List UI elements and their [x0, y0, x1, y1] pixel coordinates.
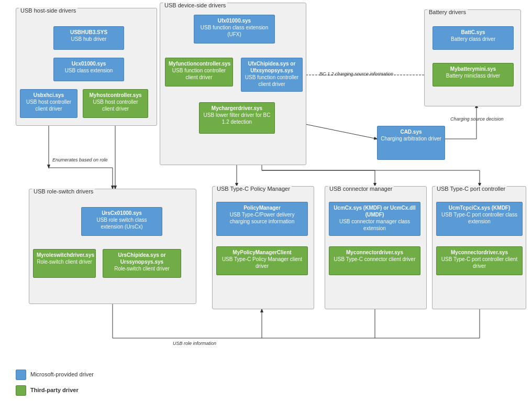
box-ucmtcpci: UcmTcpciCx.sys (KMDF) USB Type-C port co…	[436, 202, 523, 236]
cad-sub: Charging arbitration driver	[381, 135, 441, 142]
cad-title: CAD.sys	[381, 128, 441, 135]
mybatterymini-sub: Battery miniclass driver	[436, 72, 510, 79]
box-mybatterymini: Mybatterymini.sys Battery miniclass driv…	[433, 63, 514, 86]
myfunctioncontroller-title: Myfunctioncontroller.sys	[169, 60, 229, 67]
box-ucx01000: Ucx01000.sys USB class extension	[53, 58, 124, 81]
battc-sub: Battery class driver	[436, 36, 510, 42]
annotation-charging-source: Charging source decision	[450, 116, 504, 122]
annotation-bc12: BC 1.2 charging source information	[319, 71, 393, 77]
mychargerdriver-sub: USB lower filter driver for BC 1.2 detec…	[203, 112, 271, 125]
urscx01000-title: UrsCx01000.sys	[85, 210, 159, 216]
myconnectordriver2-sub: USB Type-C port controller client driver	[440, 256, 519, 269]
group-role-label: USB role-switch drivers	[32, 188, 95, 194]
ufxchipidea-sub: USB function controller client driver	[245, 74, 299, 88]
box-ufx01000: Ufx01000.sys USB function class extensio…	[194, 15, 275, 44]
box-urschipidea: UrsChipidea.sys or Urssynopsys.sys Role-…	[103, 249, 181, 278]
box-battc: BattC.sys Battery class driver	[433, 26, 514, 50]
box-usbhub3: USBHUB3.SYS USB hub driver	[53, 26, 124, 50]
group-port-label: USB Type-C port controller	[435, 186, 507, 192]
ucmtcpci-title: UcmTcpciCx.sys (KMDF)	[440, 204, 519, 211]
urschipidea-sub: Role-switch client driver	[106, 265, 178, 272]
ufxchipidea-title: UfxChipidea.sys or Ufxsynopsys.sys	[245, 60, 299, 74]
myroleswitchdriver-title: Myroleswitchdriver.sys	[37, 252, 92, 258]
policymanager-sub: USB Type-C/Power delivery charging sourc…	[220, 211, 304, 225]
legend-thirdparty-box	[16, 385, 26, 396]
legend-microsoft-box	[16, 370, 26, 380]
myhostcontroller-title: Myhostcontroller.sys	[86, 92, 145, 99]
group-device-label: USB device-side drivers	[163, 2, 227, 8]
policymanager-title: PolicyManager	[220, 204, 304, 211]
group-policy-label: USB Type-C Policy Manager	[215, 186, 292, 192]
box-mypolicymanagerclient: MyPolicyManagerClient USB Type-C Policy …	[216, 246, 308, 275]
battc-title: BattC.sys	[436, 29, 510, 36]
mybatterymini-title: Mybatterymini.sys	[436, 66, 510, 72]
myconnectordriver-title: Myconnectordriver.sys	[332, 249, 417, 256]
annotation-enumerates: Enumerates based on role	[52, 157, 108, 162]
box-ucmcx: UcmCx.sys (KMDF) or UcmCx.dll (UMDF) USB…	[329, 202, 420, 236]
ufx01000-sub: USB function class extension (UFX)	[197, 24, 271, 38]
mychargerdriver-title: Mychargerdriver.sys	[203, 105, 271, 112]
box-myhostcontroller: Myhostcontroller.sys USB host controller…	[83, 89, 148, 118]
usbhub3-title: USBHUB3.SYS	[57, 29, 120, 36]
mypolicymanagerclient-title: MyPolicyManagerClient	[220, 249, 304, 256]
ucx01000-title: Ucx01000.sys	[57, 60, 120, 67]
ucmcx-title: UcmCx.sys (KMDF) or UcmCx.dll (UMDF)	[332, 204, 417, 218]
diagram: USB host-side drivers USB device-side dr…	[0, 0, 532, 401]
usbxhci-sub: USB host controller client driver	[24, 99, 74, 112]
box-policymanager: PolicyManager USB Type-C/Power delivery …	[216, 202, 308, 236]
legend-thirdparty-label: Third-party driver	[30, 387, 79, 393]
group-connector-label: USB connector manager	[328, 186, 394, 192]
group-battery-drivers: Battery drivers	[424, 9, 521, 106]
ucmcx-sub: USB connector manager class extension	[332, 218, 417, 232]
box-ufxchipidea: UfxChipidea.sys or Ufxsynopsys.sys USB f…	[241, 58, 303, 92]
myfunctioncontroller-sub: USB function controller client driver	[169, 67, 229, 81]
annotation-usb-role: USB role information	[173, 341, 216, 346]
ucmtcpci-sub: USB Type-C port controller class extensi…	[440, 211, 519, 225]
legend-microsoft-label: Microsoft-provided driver	[30, 371, 94, 377]
group-role-switch: USB role-switch drivers	[29, 189, 196, 304]
box-myconnectordriver2: Myconnectordriver.sys USB Type-C port co…	[436, 246, 523, 275]
myconnectordriver2-title: Myconnectordriver.sys	[440, 249, 519, 256]
group-battery-label: Battery drivers	[427, 9, 468, 15]
usbxhci-title: Usbxhci.sys	[24, 92, 74, 99]
box-myconnectordriver: Myconnectordriver.sys USB Type-C connect…	[329, 246, 420, 275]
myroleswitchdriver-sub: Role-switch client driver	[37, 258, 92, 265]
box-urscx01000: UrsCx01000.sys USB role switch class ext…	[81, 207, 162, 236]
ufx01000-title: Ufx01000.sys	[197, 17, 271, 24]
box-myfunctioncontroller: Myfunctioncontroller.sys USB function co…	[165, 58, 233, 86]
box-cad: CAD.sys Charging arbitration driver	[377, 126, 445, 160]
box-usbxhci: Usbxhci.sys USB host controller client d…	[20, 89, 77, 118]
myconnectordriver-sub: USB Type-C connector client driver	[332, 256, 417, 263]
box-myroleswitchdriver: Myroleswitchdriver.sys Role-switch clien…	[33, 249, 96, 278]
urscx01000-sub: USB role switch class extension (UrsCx)	[85, 216, 159, 230]
myhostcontroller-sub: USB host controller client driver	[86, 99, 145, 112]
ucx01000-sub: USB class extension	[57, 67, 120, 74]
group-host-label: USB host-side drivers	[19, 7, 77, 14]
urschipidea-title: UrsChipidea.sys or Urssynopsys.sys	[106, 252, 178, 265]
box-mychargerdriver: Mychargerdriver.sys USB lower filter dri…	[199, 102, 275, 134]
mypolicymanagerclient-sub: USB Type-C Policy Manager client driver	[220, 256, 304, 269]
usbhub3-sub: USB hub driver	[57, 36, 120, 42]
